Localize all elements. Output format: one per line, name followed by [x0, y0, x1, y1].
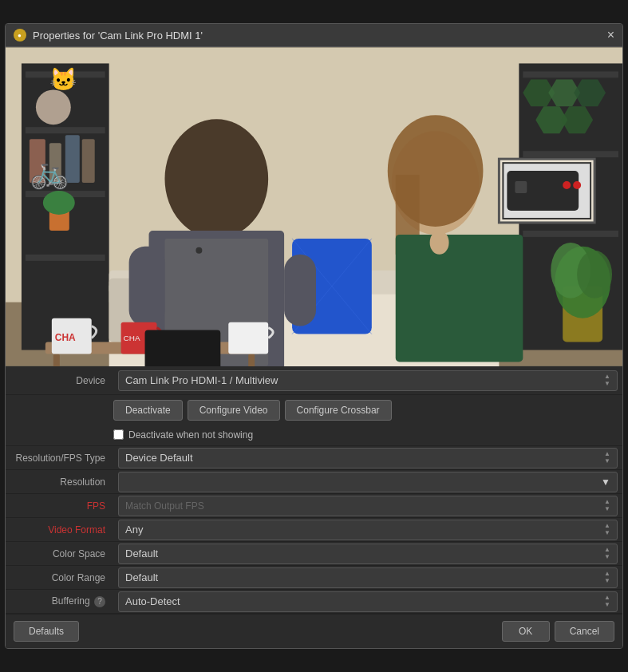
- res-fps-up[interactable]: ▲: [604, 451, 610, 457]
- fps-dropdown[interactable]: Match Output FPS ▲ ▼: [118, 496, 618, 516]
- resolution-fps-value-cell: Device Default ▲ ▼: [113, 448, 622, 468]
- svg-rect-62: [228, 322, 268, 354]
- cs-up[interactable]: ▲: [604, 547, 610, 553]
- svg-text:CHA: CHA: [55, 332, 76, 343]
- controls-area: Device Cam Link Pro HDMI-1 / Multiview ▲…: [6, 366, 622, 648]
- device-value-cell: Cam Link Pro HDMI-1 / Multiview ▲ ▼: [113, 370, 622, 391]
- fps-value-cell: Match Output FPS ▲ ▼: [113, 496, 622, 516]
- svg-point-33: [573, 181, 581, 189]
- fps-up[interactable]: ▲: [604, 499, 610, 505]
- cr-up[interactable]: ▲: [604, 571, 610, 577]
- video-format-value: Any: [125, 524, 143, 536]
- resolution-fps-value: Device Default: [125, 452, 193, 464]
- svg-point-64: [196, 247, 202, 254]
- spinner-up[interactable]: ▲: [604, 374, 610, 380]
- resolution-fps-dropdown[interactable]: Device Default ▲ ▼: [118, 448, 618, 468]
- color-space-value-cell: Default ▲ ▼: [113, 544, 622, 564]
- res-fps-spinner: ▲ ▼: [604, 451, 610, 464]
- app-icon: ●: [14, 29, 26, 42]
- buffering-value: Auto-Detect: [125, 595, 180, 607]
- svg-rect-31: [515, 181, 527, 193]
- deactivate-checkbox-row: Deactivate when not showing: [6, 424, 622, 446]
- color-space-value: Default: [125, 547, 158, 559]
- buffering-dropdown[interactable]: Auto-Detect ▲ ▼: [118, 591, 618, 612]
- color-space-row: Color Space Default ▲ ▼: [6, 542, 622, 566]
- buf-down[interactable]: ▼: [604, 602, 610, 608]
- device-spinner-arrows: ▲ ▼: [604, 374, 610, 387]
- svg-rect-9: [26, 255, 105, 261]
- device-label: Device: [6, 375, 113, 386]
- color-range-label: Color Range: [6, 572, 113, 583]
- svg-rect-20: [523, 71, 618, 77]
- svg-point-45: [164, 119, 268, 239]
- device-row: Device Cam Link Pro HDMI-1 / Multiview ▲…: [6, 366, 622, 395]
- svg-text:CHA: CHA: [124, 334, 140, 342]
- resolution-value-cell: ▼: [113, 472, 622, 492]
- buffering-label: Buffering ?: [6, 595, 113, 607]
- color-range-row: Color Range Default ▲ ▼: [6, 566, 622, 590]
- svg-rect-63: [145, 330, 221, 366]
- video-format-spinner: ▲ ▼: [604, 523, 610, 536]
- defaults-button[interactable]: Defaults: [14, 621, 79, 642]
- video-format-row: Video Format Any ▲ ▼: [6, 518, 622, 542]
- svg-rect-53: [396, 235, 523, 362]
- deactivate-button[interactable]: Deactivate: [113, 400, 183, 421]
- resolution-fps-label: Resolution/FPS Type: [6, 453, 113, 464]
- cr-spinner: ▲ ▼: [604, 571, 610, 584]
- svg-text:●: ●: [18, 32, 22, 39]
- preview-svg: 🚲 🐱: [6, 47, 622, 366]
- buttons-row: Deactivate Configure Video Configure Cro…: [6, 395, 622, 424]
- cancel-button[interactable]: Cancel: [555, 621, 614, 642]
- window-title: Properties for 'Cam Link Pro HDMI 1': [33, 30, 203, 42]
- spinner-down[interactable]: ▼: [604, 381, 610, 387]
- fps-label: FPS: [6, 500, 113, 512]
- properties-window: ● Properties for 'Cam Link Pro HDMI 1' ×: [5, 23, 623, 649]
- deactivate-checkbox-label: Deactivate when not showing: [128, 429, 253, 441]
- svg-rect-14: [82, 139, 95, 183]
- buf-up[interactable]: ▲: [604, 595, 610, 601]
- svg-point-32: [563, 181, 571, 189]
- vf-down[interactable]: ▼: [604, 530, 610, 536]
- resolution-dropdown[interactable]: ▼: [118, 472, 618, 492]
- resolution-label: Resolution: [6, 476, 113, 488]
- fps-placeholder: Match Output FPS: [125, 500, 204, 512]
- buffering-info-icon[interactable]: ?: [94, 596, 105, 607]
- configure-crossbar-button[interactable]: Configure Crossbar: [285, 400, 392, 421]
- svg-rect-21: [523, 151, 618, 157]
- svg-rect-57: [248, 354, 255, 366]
- video-format-value-cell: Any ▲ ▼: [113, 520, 622, 540]
- cr-down[interactable]: ▼: [604, 578, 610, 584]
- device-value: Cam Link Pro HDMI-1 / Multiview: [125, 374, 278, 386]
- color-range-dropdown[interactable]: Default ▲ ▼: [118, 567, 618, 588]
- cs-down[interactable]: ▼: [604, 554, 610, 560]
- configure-video-button[interactable]: Configure Video: [188, 400, 280, 421]
- resolution-row: Resolution ▼: [6, 470, 622, 494]
- fps-spinner: ▲ ▼: [604, 499, 610, 512]
- color-space-label: Color Space: [6, 548, 113, 559]
- svg-point-16: [43, 191, 75, 215]
- res-fps-down[interactable]: ▼: [604, 458, 610, 464]
- svg-rect-22: [523, 231, 618, 237]
- svg-point-37: [577, 251, 612, 298]
- video-preview: 🚲 🐱: [6, 47, 622, 366]
- close-button[interactable]: ×: [607, 29, 614, 42]
- deactivate-checkbox[interactable]: [113, 429, 124, 440]
- resolution-arrow: ▼: [601, 476, 610, 488]
- titlebar: ● Properties for 'Cam Link Pro HDMI 1' ×: [6, 24, 622, 47]
- video-format-label: Video Format: [6, 524, 113, 536]
- vf-up[interactable]: ▲: [604, 523, 610, 529]
- ok-button[interactable]: OK: [502, 621, 550, 642]
- svg-point-10: [36, 89, 71, 125]
- buffering-value-cell: Auto-Detect ▲ ▼: [113, 591, 622, 612]
- color-space-dropdown[interactable]: Default ▲ ▼: [118, 544, 618, 564]
- device-dropdown[interactable]: Cam Link Pro HDMI-1 / Multiview ▲ ▼: [118, 370, 618, 391]
- bottom-left: Defaults: [14, 621, 79, 642]
- svg-rect-56: [53, 354, 60, 366]
- svg-rect-48: [129, 247, 165, 326]
- cs-spinner: ▲ ▼: [604, 547, 610, 560]
- fps-down[interactable]: ▼: [604, 506, 610, 512]
- titlebar-left: ● Properties for 'Cam Link Pro HDMI 1': [14, 29, 203, 42]
- video-format-dropdown[interactable]: Any ▲ ▼: [118, 520, 618, 540]
- color-range-value-cell: Default ▲ ▼: [113, 567, 622, 588]
- fps-row: FPS Match Output FPS ▲ ▼: [6, 494, 622, 518]
